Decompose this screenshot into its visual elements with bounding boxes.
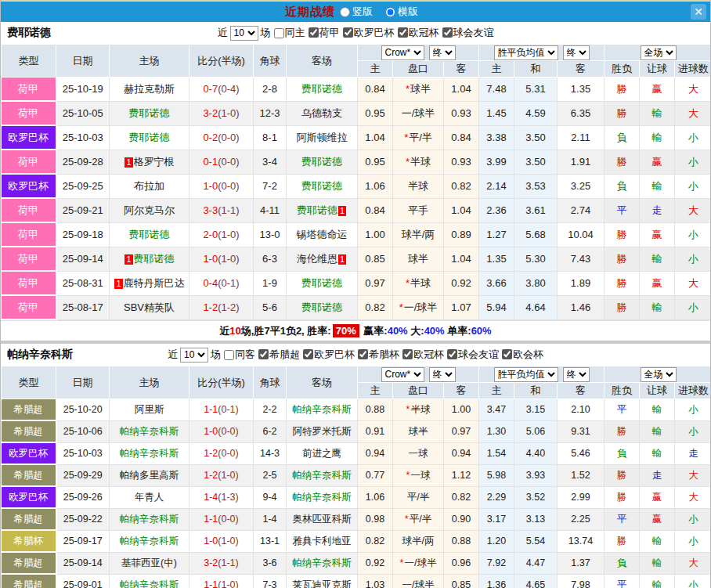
horizontal-layout-label[interactable]: 横版 [398, 5, 418, 19]
fulltime-score: 0-4 [203, 277, 218, 289]
home-team[interactable]: 帕纳辛奈科斯 [110, 508, 189, 530]
league-filter-checkbox[interactable] [309, 27, 319, 38]
halftime-score: (1-0) [218, 229, 239, 240]
league-filter-checkbox[interactable] [258, 349, 269, 359]
same-venue-checkbox[interactable] [224, 350, 234, 360]
away-team[interactable]: 海伦维恩1 [287, 247, 358, 271]
halftime-score: (1-3) [218, 492, 238, 503]
same-venue-checkbox[interactable] [274, 28, 284, 38]
home-team[interactable]: 年青人 [110, 486, 189, 508]
league-filter-checkbox[interactable] [343, 27, 353, 38]
away-team[interactable]: 阿特罗米托斯 [287, 420, 358, 442]
league-filter-item[interactable]: 球会友谊 [444, 348, 499, 360]
away-team[interactable]: 莱瓦迪亚克斯 [287, 574, 358, 588]
halftime-score: (1-0) [218, 470, 238, 481]
home-team[interactable]: 帕纳辛奈科斯 [110, 420, 189, 442]
close-button[interactable]: ✕ [691, 4, 706, 20]
avg-odds-select[interactable]: 胜平负均值 [494, 367, 558, 382]
home-team[interactable]: 帕纳辛奈科斯 [110, 530, 189, 552]
league-filter-item[interactable]: 球会友谊 [439, 27, 494, 38]
away-team[interactable]: 帕纳辛奈科斯 [287, 552, 358, 574]
away-team[interactable]: 雅典卡利地亚 [287, 530, 358, 552]
avg-home-odds: 5.98 [479, 464, 514, 486]
league-filter-item[interactable]: 荷甲 [305, 27, 340, 38]
league-filter-checkbox[interactable] [502, 349, 512, 359]
home-team[interactable]: 阿尔克马尔 [110, 198, 189, 222]
league-filter-item[interactable]: 欧罗巴杯 [340, 27, 395, 38]
final-avg-select[interactable]: 终 [563, 45, 590, 60]
final-odds-select[interactable]: 终 [429, 367, 456, 382]
away-team[interactable]: 费耶诺德 [287, 150, 358, 174]
home-odds: 0.84 [358, 198, 393, 222]
match-count-select[interactable]: 10 [230, 26, 258, 41]
vertical-layout-radio[interactable] [340, 7, 350, 17]
home-team[interactable]: 阿里斯 [110, 399, 189, 421]
result-goals: 走 [675, 442, 711, 464]
corner-count: 13-0 [254, 222, 287, 247]
avg-odds-select[interactable]: 胜平负均值 [494, 45, 558, 60]
final-odds-select[interactable]: 终 [429, 45, 456, 60]
away-team[interactable]: 阿斯顿维拉 [287, 125, 358, 150]
avg-away-odds: 2.10 [558, 399, 605, 421]
home-team[interactable]: 赫拉克勒斯 [110, 78, 189, 102]
away-team[interactable]: 帕纳辛奈科斯 [287, 399, 358, 421]
result-wdl: 平 [605, 574, 640, 588]
away-team[interactable]: 乌德勒支 [287, 101, 358, 125]
league-filter-item[interactable]: 希腊超 [255, 348, 300, 360]
match-score: 0-1(0-0) [189, 150, 254, 174]
away-team[interactable]: 费耶诺德1 [287, 198, 358, 222]
home-team[interactable]: 帕纳辛奈科斯 [110, 442, 189, 464]
result-goals: 小 [675, 247, 711, 271]
league-filter-item[interactable]: 希腊杯 [355, 348, 399, 360]
league-filter-item[interactable]: 欧罗巴杯 [300, 348, 355, 360]
fullmatch-select[interactable]: 全场 [641, 367, 677, 382]
home-team[interactable]: 1费耶诺德 [110, 247, 189, 271]
final-avg-select[interactable]: 终 [563, 367, 590, 382]
home-team[interactable]: 费耶诺德 [110, 222, 189, 247]
away-team[interactable]: 帕纳辛奈科斯 [287, 464, 358, 486]
league-filter-checkbox[interactable] [402, 349, 413, 359]
away-team[interactable]: 前进之鹰 [287, 442, 358, 464]
odds-source-select[interactable]: Crow* [381, 367, 424, 382]
corner-count: 2-5 [254, 464, 287, 486]
away-team[interactable]: 费耶诺德 [287, 174, 358, 198]
home-team[interactable]: 帕纳多里高斯 [110, 464, 189, 486]
col-corner: 角球 [254, 45, 287, 78]
away-team[interactable]: 帕纳辛奈科斯 [287, 486, 358, 508]
match-count-select[interactable]: 10 [180, 348, 208, 363]
league-filter-checkbox[interactable] [398, 27, 408, 38]
league-filter-item[interactable]: 欧冠杯 [395, 27, 439, 38]
home-team[interactable]: 1鹿特丹斯巴达 [110, 271, 189, 295]
league-filter-checkbox[interactable] [303, 349, 313, 359]
home-team[interactable]: 费耶诺德 [110, 101, 189, 125]
away-team[interactable]: 费耶诺德 [287, 78, 358, 102]
result-goals: 小 [675, 574, 711, 588]
vertical-layout-label[interactable]: 竖版 [352, 5, 373, 19]
home-team[interactable]: 布拉加 [110, 174, 189, 198]
match-score: 1-2(1-0) [189, 464, 254, 486]
home-team[interactable]: 帕纳辛奈科斯 [110, 574, 189, 588]
league-type-cell: 荷甲 [2, 198, 56, 222]
league-filter-checkbox[interactable] [442, 27, 453, 38]
away-team[interactable]: 费耶诺德 [287, 295, 358, 319]
away-team[interactable]: 费耶诺德 [287, 271, 358, 295]
league-filter-group: 希腊超欧罗巴杯希腊杯欧冠杯球会友谊欧会杯 [255, 348, 543, 362]
away-team-name: 帕纳辛奈科斯 [293, 470, 352, 481]
home-team[interactable]: 基菲西亚(中) [110, 552, 189, 574]
away-team[interactable]: 奥林匹亚科斯 [287, 508, 358, 530]
home-team[interactable]: 1格罗宁根 [110, 150, 189, 174]
league-filter-item[interactable]: 欧会杯 [499, 348, 543, 360]
league-filter-checkbox[interactable] [447, 349, 457, 359]
odds-source-select[interactable]: Crow* [381, 45, 424, 60]
home-team-name: SBV精英队 [124, 301, 175, 313]
league-filter-checkbox[interactable] [358, 349, 368, 359]
fulltime-score: 1-1 [204, 514, 218, 525]
horizontal-layout-radio[interactable] [385, 7, 395, 17]
avg-away-odds: 1.52 [558, 464, 605, 486]
home-team[interactable]: 费耶诺德 [110, 125, 189, 150]
away-team[interactable]: 锡塔德命运 [287, 222, 358, 247]
home-team[interactable]: SBV精英队 [110, 295, 189, 319]
league-filter-item[interactable]: 欧冠杯 [399, 348, 444, 360]
fullmatch-select[interactable]: 全场 [641, 45, 677, 60]
match-row: 希腊超25-09-01帕纳辛奈科斯1-1(1-0)7-3莱瓦迪亚克斯1.03一/… [2, 574, 711, 588]
